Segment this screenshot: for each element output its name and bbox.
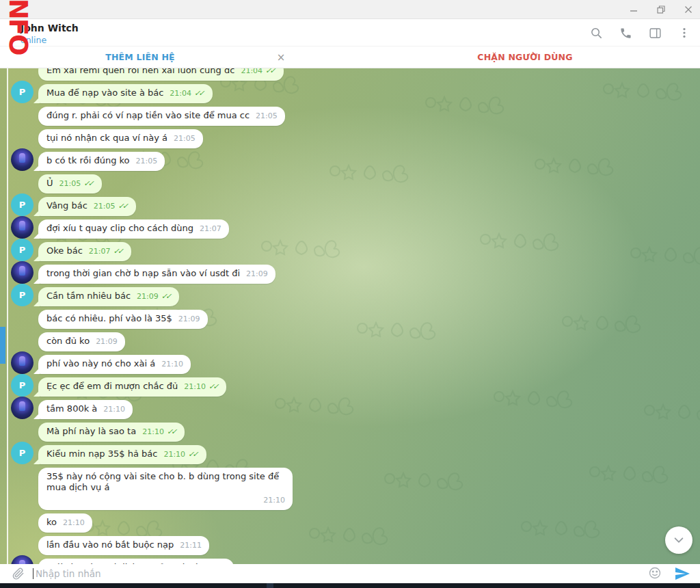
scroll-to-bottom-button[interactable] [665, 526, 692, 554]
sender-avatar[interactable] [11, 261, 33, 284]
message-bubble[interactable]: còn đủ ko21:09 [38, 332, 125, 351]
sender-avatar[interactable] [11, 148, 33, 171]
message-text: Ẹc ẹc để em đi mượn chắc đủ [46, 381, 178, 391]
chat-list-unread-indicator[interactable] [0, 327, 5, 364]
message-row: P Cần tầm nhiêu bác21:09✓✓ [11, 287, 688, 306]
message-bubble[interactable]: Ủ21:05✓✓ [38, 174, 102, 193]
sender-avatar[interactable]: P [11, 284, 33, 306]
collapsed-chat-list-rail [0, 68, 8, 564]
message-row: bác có nhiêu. phí vào là 35$21:09 [11, 310, 688, 329]
message-bubble[interactable]: Kiểu min nạp 35$ hả bác21:10✓✓ [38, 445, 206, 464]
message-bubble[interactable]: phí vào này nó cho xài á21:10 [38, 355, 191, 374]
search-icon[interactable] [589, 25, 604, 40]
message-text: Cần tầm nhiêu bác [46, 291, 131, 301]
message-bubble[interactable]: tầm 800k à21:10 [38, 400, 133, 419]
taskbar-edge [0, 583, 700, 588]
message-bubble[interactable]: Cần tầm nhiêu bác21:09✓✓ [38, 287, 179, 306]
message-time: 21:09 [246, 269, 268, 278]
sender-avatar[interactable]: P [11, 81, 33, 103]
window-titlebar [0, 0, 700, 19]
add-contact-button[interactable]: THÊM LIÊN HỆ [0, 52, 280, 62]
sender-avatar[interactable]: P [11, 442, 33, 464]
read-checkmarks-icon: ✓✓ [265, 68, 275, 75]
message-time: 21:10 [103, 405, 125, 414]
message-bubble[interactable]: 35$ này nó cộng vài site cho b. b dùng t… [38, 468, 293, 510]
message-text: ko [46, 517, 57, 527]
close-bar-icon[interactable]: × [273, 50, 288, 65]
peer-name[interactable]: John Witch [21, 23, 79, 34]
message-text: còn đủ ko [46, 336, 90, 346]
message-bubble[interactable]: đợi xíu t quay clip cho cách dùng21:07 [38, 219, 229, 239]
message-row: 35$ này nó cộng vài site cho b. b dùng t… [11, 468, 688, 510]
chat-header: John Witch online [0, 19, 700, 46]
message-bubble[interactable]: tụi nó nhận ck qua ví này á21:05 [38, 129, 203, 148]
attach-file-icon[interactable] [11, 566, 26, 581]
message-bubble[interactable]: Ẹc ẹc để em đi mượn chắc đủ21:10✓✓ [38, 377, 226, 397]
message-bubble[interactable]: trong thời gian chờ b nạp sẵn vào ví usd… [38, 265, 275, 284]
message-time: 21:07 [200, 224, 221, 233]
message-bubble[interactable]: đúng r. phải có ví nạp tiền vào site để … [38, 107, 285, 126]
message-row: P Oke bác21:07✓✓ [11, 242, 688, 261]
message-row: mới cho vào coi dịch vụ của tụi nó21:11 [11, 559, 688, 564]
chat-background: Em xài remi quên rồi nên xài luôn cũng d… [0, 68, 700, 564]
message-bubble[interactable]: lần đầu vào nó bắt buộc nạp21:11 [38, 536, 209, 555]
sender-avatar[interactable]: P [11, 239, 33, 261]
message-row: trong thời gian chờ b nạp sẵn vào ví usd… [11, 265, 688, 284]
message-text: bác có nhiêu. phí vào là 35$ [46, 313, 172, 323]
message-time: 21:10 [142, 427, 164, 436]
message-time: 21:10 [163, 450, 185, 459]
message-time: 21:09 [178, 315, 200, 323]
window-restore-button[interactable] [655, 3, 667, 16]
message-text: tụi nó nhận ck qua ví này á [46, 133, 167, 143]
message-bubble[interactable]: Oke bác21:07✓✓ [38, 242, 131, 261]
message-bubble[interactable]: bác có nhiêu. phí vào là 35$21:09 [38, 310, 208, 329]
sender-avatar[interactable]: P [11, 193, 33, 216]
message-bubble[interactable]: ko21:10 [38, 513, 92, 533]
block-user-button[interactable]: CHẶN NGƯỜI DÙNG [350, 52, 700, 62]
message-bubble[interactable]: Em xài remi quên rồi nên xài luôn cũng d… [38, 68, 284, 81]
message-row: tầm 800k à21:10 [11, 400, 688, 419]
message-row: P Ẹc ẹc để em đi mượn chắc đủ21:10✓✓ [11, 377, 688, 397]
message-text: Kiểu min nạp 35$ hả bác [46, 449, 157, 459]
sender-avatar[interactable] [11, 555, 33, 564]
message-row: lần đầu vào nó bắt buộc nạp21:11 [11, 536, 688, 555]
window-close-button[interactable] [682, 3, 695, 16]
message-text: phí vào này nó cho xài á [46, 358, 155, 369]
send-icon[interactable] [674, 565, 690, 582]
message-bubble[interactable]: Vâng bác21:05✓✓ [38, 197, 136, 216]
message-row: Ủ21:05✓✓ [11, 174, 688, 193]
message-text: tầm 800k à [46, 403, 97, 414]
sender-avatar[interactable] [11, 216, 33, 239]
message-time: 21:09 [137, 292, 159, 301]
read-checkmarks-icon: ✓✓ [167, 427, 177, 436]
message-composer [0, 564, 700, 583]
message-time: 21:10 [63, 518, 85, 527]
message-bubble[interactable]: Mà phí này là sao ta21:10✓✓ [38, 423, 185, 442]
read-checkmarks-icon: ✓✓ [194, 89, 204, 98]
sidebar-toggle-icon[interactable] [647, 25, 662, 40]
message-time: 21:11 [180, 541, 202, 550]
message-input[interactable] [36, 568, 648, 579]
sender-avatar[interactable] [11, 351, 33, 374]
sender-avatar[interactable] [11, 397, 33, 419]
message-row: b có tk rồi đúng ko21:05 [11, 152, 688, 171]
message-bubble[interactable]: mới cho vào coi dịch vụ của tụi nó21:11 [38, 559, 234, 564]
call-icon[interactable] [618, 25, 633, 40]
window-minimize-button[interactable] [628, 3, 640, 16]
message-text: lần đầu vào nó bắt buộc nạp [46, 539, 174, 550]
contact-action-bar: THÊM LIÊN HỆ × CHẶN NGƯỜI DÙNG [0, 46, 700, 68]
read-checkmarks-icon: ✓✓ [118, 202, 129, 211]
message-row: P Vâng bác21:05✓✓ [11, 197, 688, 216]
message-bubble[interactable]: b có tk rồi đúng ko21:05 [38, 152, 165, 171]
message-bubble[interactable]: Mua để nạp vào site à bác21:04✓✓ [38, 84, 213, 103]
emoji-icon[interactable] [648, 566, 663, 581]
message-text: 35$ này nó cộng vài site cho b. b dùng t… [46, 471, 279, 492]
message-time: 21:10 [184, 382, 206, 391]
message-text: Em xài remi quên rồi nên xài luôn cũng d… [46, 68, 234, 75]
message-text: Vâng bác [46, 200, 88, 211]
message-row: ko21:10 [11, 513, 688, 533]
sender-avatar[interactable]: P [11, 374, 33, 397]
message-row: Mà phí này là sao ta21:10✓✓ [11, 423, 688, 442]
more-menu-icon[interactable] [677, 25, 692, 40]
message-row: P Mua để nạp vào site à bác21:04✓✓ [11, 84, 688, 103]
